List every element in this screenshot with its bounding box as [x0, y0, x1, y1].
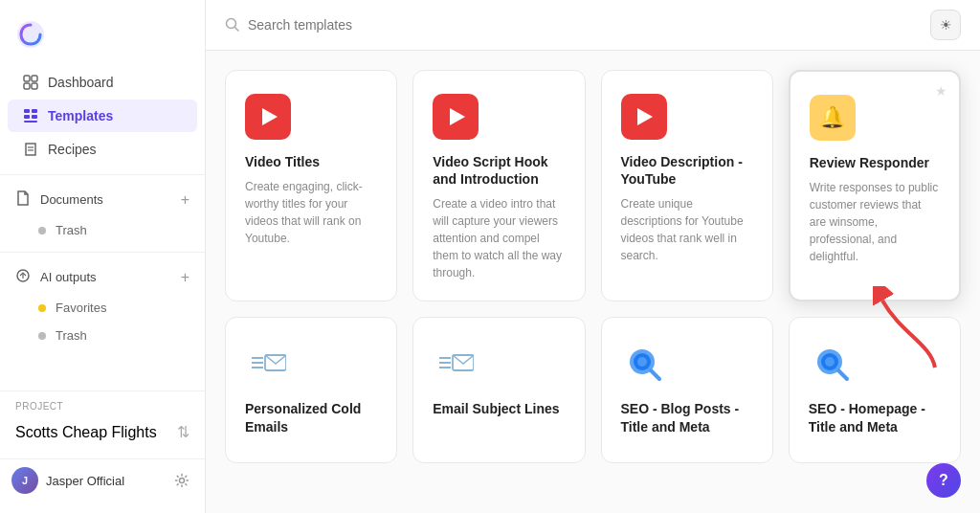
svg-point-14 — [180, 479, 185, 483]
template-title-seo-homepage: SEO - Homepage - Title and Meta — [809, 400, 941, 435]
play-triangle-3 — [637, 108, 653, 125]
svg-point-28 — [637, 357, 647, 367]
trash-dot — [38, 227, 46, 234]
sidebar-item-trash-ai[interactable]: Trash — [0, 322, 205, 349]
template-card-video-description[interactable]: Video Description - YouTube Create uniqu… — [601, 70, 773, 301]
search-input[interactable] — [248, 17, 535, 33]
template-card-seo-blog[interactable]: SEO - Blog Posts - Title and Meta — [601, 317, 773, 462]
youtube-icon-video-desc — [621, 94, 667, 140]
logo — [0, 11, 205, 65]
help-button[interactable]: ? — [926, 463, 961, 498]
svg-rect-5 — [24, 109, 30, 113]
svg-line-33 — [838, 370, 847, 379]
ai-outputs-section: AI outputs + Favorites Trash — [0, 252, 205, 349]
template-card-cold-emails[interactable]: Personalized Cold Emails — [225, 317, 397, 462]
user-section: J Jasper Official — [0, 458, 205, 502]
template-card-seo-homepage[interactable]: SEO - Homepage - Title and Meta ? — [789, 317, 961, 462]
avatar: J — [11, 467, 38, 494]
seo-icon-homepage — [809, 341, 855, 387]
template-card-email-subject[interactable]: Email Subject Lines — [412, 317, 585, 462]
project-section: PROJECT Scotts Cheap Flights ⇅ — [0, 390, 205, 458]
template-desc-video-description: Create unique descriptions for Youtube v… — [621, 195, 753, 264]
svg-rect-2 — [32, 76, 37, 81]
play-triangle-2 — [450, 108, 465, 125]
ai-outputs-header[interactable]: AI outputs + — [0, 260, 205, 294]
dashboard-icon — [23, 75, 38, 90]
project-name: Scotts Cheap Flights — [15, 424, 157, 441]
star-icon: ★ — [935, 83, 947, 99]
template-desc-video-script: Create a video intro that will capture y… — [433, 195, 565, 281]
templates-icon — [23, 108, 38, 123]
sidebar-item-templates[interactable]: Templates — [8, 100, 197, 132]
trash-ai-label: Trash — [56, 328, 87, 343]
bell-icon-review: 🔔 — [810, 95, 856, 141]
sidebar-item-favorites[interactable]: Favorites — [0, 294, 205, 322]
search-icon — [225, 17, 240, 33]
svg-rect-8 — [32, 115, 37, 119]
svg-rect-1 — [24, 76, 30, 81]
favorites-label: Favorites — [56, 301, 106, 315]
template-title-video-titles: Video Titles — [245, 153, 377, 170]
trash-label: Trash — [56, 223, 87, 237]
svg-rect-4 — [32, 83, 37, 89]
svg-rect-7 — [24, 115, 30, 119]
add-ai-output-icon[interactable]: + — [181, 269, 189, 286]
template-title-video-description: Video Description - YouTube — [621, 153, 753, 188]
svg-rect-6 — [32, 109, 37, 113]
ai-outputs-icon — [15, 268, 31, 286]
templates-grid: Video Titles Create engaging, click-wort… — [206, 51, 980, 513]
project-section-label: PROJECT — [8, 401, 197, 412]
svg-rect-9 — [24, 121, 37, 123]
documents-label: Documents — [40, 192, 103, 207]
svg-rect-3 — [24, 83, 30, 89]
project-switcher[interactable]: Scotts Cheap Flights ⇅ — [8, 415, 197, 449]
svg-point-32 — [825, 357, 835, 367]
dashboard-label: Dashboard — [48, 75, 114, 90]
template-card-review-responder[interactable]: ★ 🔔 Review Responder Write responses to … — [789, 70, 961, 301]
add-document-icon[interactable]: + — [181, 191, 189, 209]
template-desc-video-titles: Create engaging, click-worthy titles for… — [245, 178, 377, 247]
documents-section: Documents + Trash — [0, 174, 205, 244]
trash-ai-dot — [38, 332, 46, 340]
project-chevron-icon: ⇅ — [177, 423, 189, 441]
settings-button[interactable] — [170, 469, 193, 492]
svg-line-29 — [651, 370, 659, 379]
app-logo — [15, 19, 46, 50]
search-bar: ☀ — [206, 0, 980, 51]
email-icon-cold — [245, 341, 291, 387]
sidebar: Dashboard Templates — [0, 0, 206, 513]
recipes-label: Recipes — [48, 142, 97, 157]
recipes-icon — [23, 142, 38, 157]
play-triangle — [262, 108, 278, 125]
svg-line-16 — [235, 28, 239, 32]
email-icon-subject — [433, 341, 479, 387]
template-title-seo-blog: SEO - Blog Posts - Title and Meta — [621, 400, 753, 435]
sidebar-item-recipes[interactable]: Recipes — [8, 133, 197, 166]
main-content: ☀ Video Titles Create engaging, click-wo… — [206, 0, 980, 513]
seo-icon-blog — [621, 341, 667, 387]
favorites-dot — [38, 304, 46, 312]
documents-icon — [15, 190, 31, 209]
template-card-video-script[interactable]: Video Script Hook and Introduction Creat… — [412, 70, 585, 301]
template-card-video-titles[interactable]: Video Titles Create engaging, click-wort… — [225, 70, 397, 301]
ai-outputs-label: AI outputs — [40, 270, 97, 284]
sidebar-item-dashboard[interactable]: Dashboard — [8, 66, 197, 99]
youtube-icon-video-titles — [245, 94, 291, 140]
template-title-review-responder: Review Responder — [810, 154, 940, 171]
template-title-cold-emails: Personalized Cold Emails — [245, 400, 377, 435]
theme-toggle-button[interactable]: ☀ — [930, 10, 961, 40]
sidebar-item-trash-documents[interactable]: Trash — [0, 216, 205, 244]
template-desc-review-responder: Write responses to public customer revie… — [810, 179, 940, 265]
template-title-video-script: Video Script Hook and Introduction — [433, 153, 565, 188]
user-name: Jasper Official — [46, 474, 124, 488]
documents-header[interactable]: Documents + — [0, 183, 205, 216]
template-title-email-subject: Email Subject Lines — [433, 400, 565, 417]
user-info: J Jasper Official — [11, 467, 124, 494]
youtube-icon-video-script — [433, 94, 479, 140]
main-nav: Dashboard Templates — [0, 65, 205, 167]
search-input-wrap — [225, 17, 930, 33]
templates-label: Templates — [48, 108, 113, 123]
